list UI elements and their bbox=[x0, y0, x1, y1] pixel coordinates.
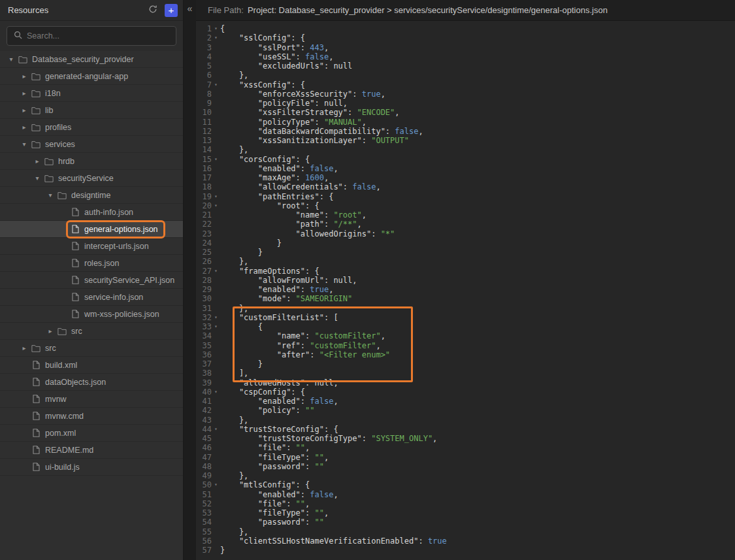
tree-file-service-info.json[interactable]: service-info.json bbox=[0, 289, 183, 306]
tree-item-label: services bbox=[45, 140, 75, 149]
file-path-label: File Path: bbox=[208, 5, 244, 15]
chevron-right-icon[interactable]: ▸ bbox=[20, 90, 29, 97]
tree-file-pom.xml[interactable]: pom.xml bbox=[0, 425, 183, 442]
tree-item-label: designtime bbox=[71, 191, 110, 200]
tree-file-mvnw[interactable]: mvnw bbox=[0, 391, 183, 408]
tree-file-build.xml[interactable]: build.xml bbox=[0, 357, 183, 374]
tree-file-securityService_API.json[interactable]: securityService_API.json bbox=[0, 272, 183, 289]
fold-icon[interactable]: ▾ bbox=[212, 480, 220, 489]
line-number: 57 bbox=[196, 546, 212, 555]
line-number: 18 bbox=[196, 182, 212, 191]
tree-file-README.md[interactable]: README.md bbox=[0, 442, 183, 459]
tree-folder-Database_security_provider[interactable]: ▾Database_security_provider bbox=[0, 51, 183, 68]
fold-icon[interactable]: ▾ bbox=[212, 322, 220, 331]
chevron-right-icon[interactable]: ▸ bbox=[33, 157, 42, 165]
file-icon bbox=[31, 463, 41, 471]
fold-icon[interactable]: ▾ bbox=[212, 33, 220, 42]
tree-file-wm-xss-policies.json[interactable]: wm-xss-policies.json bbox=[0, 306, 183, 323]
refresh-icon bbox=[148, 5, 157, 16]
fold-gutter-spacer bbox=[212, 350, 220, 359]
tree-file-ui-build.js[interactable]: ui-build.js bbox=[0, 459, 183, 476]
chevron-down-icon[interactable]: ▾ bbox=[46, 191, 55, 199]
code-line-text: "xssConfig": { bbox=[220, 80, 305, 90]
tree-file-auth-info.json[interactable]: auth-info.json bbox=[0, 204, 183, 221]
refresh-button[interactable] bbox=[146, 4, 159, 17]
search-input[interactable] bbox=[27, 31, 169, 41]
tree-folder-src[interactable]: ▸src bbox=[0, 323, 183, 340]
chevron-right-icon[interactable]: ▸ bbox=[20, 107, 29, 114]
tree-item-content: designtime bbox=[55, 188, 116, 203]
fold-gutter-spacer bbox=[212, 453, 220, 462]
code-line-text: ], bbox=[220, 369, 248, 378]
collapse-sidebar-button[interactable]: « bbox=[184, 0, 196, 17]
chevron-right-icon[interactable]: ▸ bbox=[20, 73, 29, 80]
search-box[interactable] bbox=[7, 26, 176, 46]
fold-icon[interactable]: ▾ bbox=[212, 201, 220, 210]
code-line-text: "clientSSLHostNameVerificationEnabled": … bbox=[220, 536, 447, 546]
code-line: 4 "useSSL": false, bbox=[196, 52, 735, 61]
fold-icon[interactable]: ▾ bbox=[212, 387, 220, 397]
chevron-right-icon[interactable]: ▸ bbox=[20, 124, 29, 131]
tree-file-roles.json[interactable]: roles.json bbox=[0, 255, 183, 272]
fold-icon[interactable]: ▾ bbox=[212, 313, 220, 322]
search-bar bbox=[0, 21, 183, 51]
line-number: 49 bbox=[196, 471, 212, 480]
fold-gutter-spacer bbox=[212, 359, 220, 369]
line-number: 26 bbox=[196, 257, 212, 266]
tree-file-dataObjects.json[interactable]: dataObjects.json bbox=[0, 374, 183, 391]
tree-item-content: auth-info.json bbox=[68, 205, 139, 220]
fold-gutter-spacer bbox=[212, 52, 220, 61]
tree-folder-lib[interactable]: ▸lib bbox=[0, 102, 183, 119]
tree-file-mvnw.cmd[interactable]: mvnw.cmd bbox=[0, 408, 183, 425]
tree-item-content: ui-build.js bbox=[29, 460, 85, 474]
tree-folder-profiles[interactable]: ▸profiles bbox=[0, 119, 183, 136]
tree-file-general-options.json[interactable]: general-options.json bbox=[0, 221, 183, 238]
tree-folder-designtime[interactable]: ▾designtime bbox=[0, 187, 183, 204]
tree-item-label: lib bbox=[45, 106, 54, 115]
tree-folder-services[interactable]: ▾services bbox=[0, 136, 183, 153]
code-line: 46 "file": "", bbox=[196, 443, 735, 452]
line-number: 41 bbox=[196, 397, 212, 406]
code-line: 41 "enabled": false, bbox=[196, 397, 735, 406]
tree-folder-i18n[interactable]: ▸i18n bbox=[0, 85, 183, 102]
line-number: 30 bbox=[196, 294, 212, 303]
code-line: 15▾ "corsConfig": { bbox=[196, 155, 735, 164]
chevron-right-icon[interactable]: ▸ bbox=[46, 327, 55, 335]
code-line-text: "allowFromUrl": null, bbox=[220, 276, 357, 285]
chevron-right-icon[interactable]: ▸ bbox=[20, 344, 29, 352]
line-number: 3 bbox=[196, 43, 212, 52]
tree-folder-securityService[interactable]: ▾securityService bbox=[0, 170, 183, 187]
add-resource-button[interactable]: + bbox=[165, 4, 178, 17]
code-area[interactable]: 1▾{2▾ "sslConfig": {3 "sslPort": 443,4 "… bbox=[196, 21, 735, 560]
tree-file-intercept-urls.json[interactable]: intercept-urls.json bbox=[0, 238, 183, 255]
tree-item-content: src bbox=[55, 324, 88, 338]
fold-gutter-spacer bbox=[212, 164, 220, 173]
fold-icon[interactable]: ▾ bbox=[212, 24, 220, 33]
file-icon bbox=[70, 293, 80, 301]
fold-gutter-spacer bbox=[212, 173, 220, 182]
tree-folder-generated-angular-app[interactable]: ▸generated-angular-app bbox=[0, 68, 183, 85]
code-line-text: "policyFile": null, bbox=[220, 99, 348, 108]
tree-item-label: securityService_API.json bbox=[84, 276, 174, 285]
tree-item-label: dataObjects.json bbox=[45, 378, 106, 387]
code-line-text: "name": "root", bbox=[220, 210, 367, 220]
tree-item-content: securityService bbox=[42, 171, 119, 186]
fold-icon[interactable]: ▾ bbox=[212, 80, 220, 90]
tree-folder-hrdb[interactable]: ▸hrdb bbox=[0, 153, 183, 170]
fold-icon[interactable]: ▾ bbox=[212, 192, 220, 201]
fold-icon[interactable]: ▾ bbox=[212, 155, 220, 164]
chevron-down-icon[interactable]: ▾ bbox=[7, 56, 16, 63]
code-line: 33▾ { bbox=[196, 322, 735, 331]
code-line-text: "fileType": "", bbox=[220, 453, 329, 462]
chevron-down-icon[interactable]: ▾ bbox=[33, 174, 42, 182]
fold-icon[interactable]: ▾ bbox=[212, 425, 220, 434]
code-line-text: "after": "<Filter enum>" bbox=[220, 350, 390, 359]
code-line: 31 }, bbox=[196, 304, 735, 313]
tree-folder-src[interactable]: ▸src bbox=[0, 340, 183, 357]
fold-icon[interactable]: ▾ bbox=[212, 267, 220, 276]
code-line: 38 ], bbox=[196, 369, 735, 378]
code-line: 2▾ "sslConfig": { bbox=[196, 33, 735, 42]
tree-item-label: src bbox=[45, 344, 56, 353]
line-number: 56 bbox=[196, 536, 212, 546]
chevron-down-icon[interactable]: ▾ bbox=[20, 140, 29, 148]
